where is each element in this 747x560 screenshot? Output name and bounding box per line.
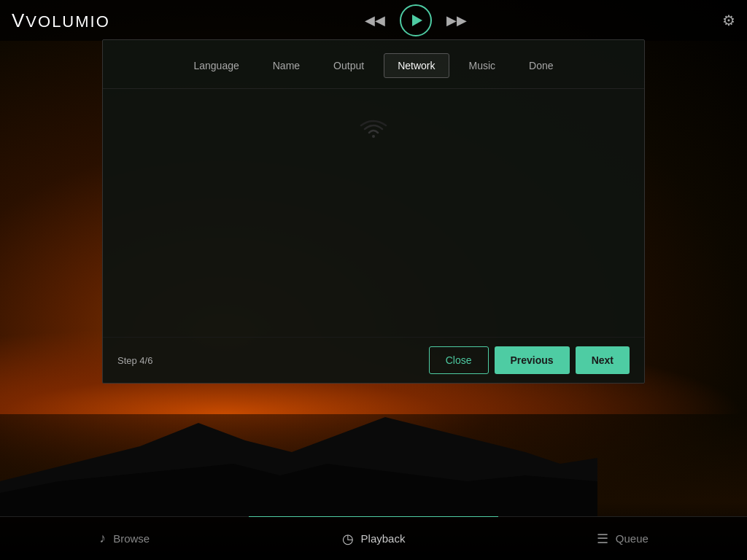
tab-music[interactable]: Music — [455, 53, 510, 78]
tab-name[interactable]: Name — [259, 53, 314, 78]
wizard-content — [103, 89, 644, 337]
mountain-silhouette — [0, 400, 597, 516]
footer-buttons: Close Previous Next — [429, 346, 630, 374]
previous-button[interactable]: Previous — [495, 346, 570, 374]
wizard-tabs: Language Name Output Network Music Done — [103, 40, 644, 89]
prev-track-button[interactable]: ◀◀ — [365, 12, 385, 28]
next-icon: ▶▶ — [446, 12, 467, 28]
queue-icon: ☰ — [597, 531, 608, 547]
settings-icon[interactable]: ⚙ — [722, 12, 735, 29]
setup-wizard-modal: Language Name Output Network Music Done — [102, 39, 645, 384]
tab-network[interactable]: Network — [384, 53, 449, 78]
browse-tab[interactable]: ♪ Browse — [0, 516, 249, 560]
network-content-area — [117, 104, 630, 145]
queue-tab[interactable]: ☰ Queue — [498, 516, 747, 560]
tab-output[interactable]: Output — [320, 53, 378, 78]
bottombar: ♪ Browse ◷ Playback ☰ Queue — [0, 516, 747, 560]
app-logo: VVOLUMIO — [12, 9, 110, 32]
play-button[interactable] — [400, 4, 432, 36]
step-indicator: Step 4/6 — [117, 355, 152, 366]
wifi-icon — [359, 118, 388, 145]
close-button[interactable]: Close — [429, 346, 489, 374]
wizard-footer: Step 4/6 Close Previous Next — [103, 337, 644, 383]
playback-icon: ◷ — [342, 531, 354, 547]
next-track-button[interactable]: ▶▶ — [446, 12, 467, 28]
topbar: VVOLUMIO ◀◀ ▶▶ ⚙ — [0, 0, 747, 41]
tab-language[interactable]: Language — [179, 53, 252, 78]
next-button[interactable]: Next — [576, 346, 630, 374]
transport-controls: ◀◀ ▶▶ — [365, 4, 467, 36]
prev-icon: ◀◀ — [365, 12, 385, 28]
music-note-icon: ♪ — [99, 531, 106, 546]
tab-done[interactable]: Done — [515, 53, 567, 78]
playback-tab[interactable]: ◷ Playback — [249, 516, 498, 560]
